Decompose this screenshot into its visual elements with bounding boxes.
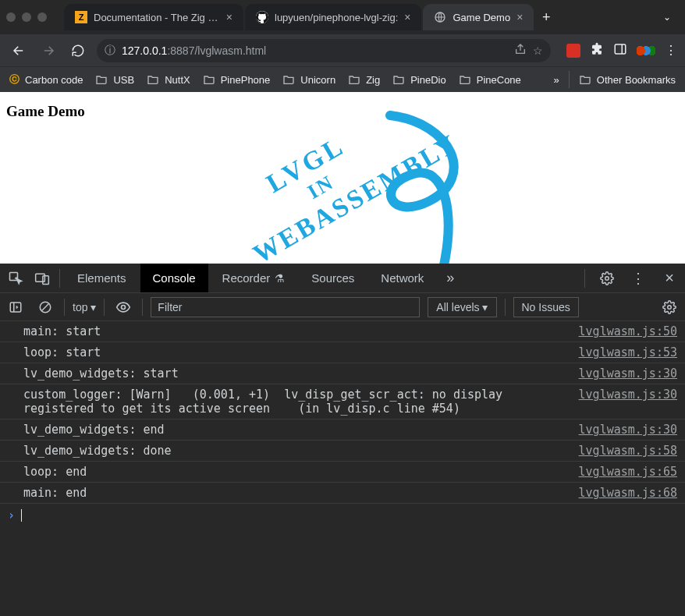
close-window-dot[interactable] — [6, 12, 16, 22]
log-levels-dropdown[interactable]: All levels ▾ — [428, 297, 496, 317]
bookmark-star-icon[interactable]: ☆ — [533, 44, 543, 57]
github-favicon — [256, 11, 268, 23]
viewport[interactable]: Game Demo LVGL IN WEBASSEMBLY — [0, 92, 685, 264]
tab-zig-docs[interactable]: Z Documentation - The Zig Pro × — [64, 4, 243, 30]
console-message-row[interactable]: loop: endlvglwasm.js:65 — [0, 462, 685, 483]
console-message-source-link[interactable]: lvglwasm.js:30 — [579, 423, 677, 437]
bookmark-folder-pinephone[interactable]: PinePhone — [203, 73, 271, 86]
tab-overflow-button[interactable]: ⌄ — [663, 12, 671, 23]
console-message-text: custom_logger: [Warn] (0.001, +1) lv_dis… — [23, 388, 566, 416]
inspect-element-icon[interactable] — [3, 266, 28, 291]
default-favicon — [434, 11, 446, 23]
tab-github[interactable]: lupyuen/pinephone-lvgl-zig: × — [245, 4, 421, 30]
address-bar[interactable]: ⓘ 127.0.0.1:8887/lvglwasm.html ☆ — [97, 39, 551, 62]
svg-point-15 — [122, 305, 126, 309]
svg-point-10 — [605, 276, 609, 280]
close-icon[interactable]: × — [404, 11, 410, 23]
side-panel-icon[interactable] — [613, 42, 627, 59]
separator — [64, 299, 65, 316]
device-toggle-icon[interactable] — [30, 266, 55, 291]
separator — [59, 269, 60, 288]
back-button[interactable] — [8, 40, 30, 62]
console-message-source-link[interactable]: lvglwasm.js:65 — [579, 465, 677, 479]
devtools-tab-recorder[interactable]: Recorder⚗ — [210, 264, 298, 292]
live-expression-icon[interactable] — [112, 296, 134, 318]
text-cursor — [21, 509, 22, 522]
bookmark-folder-unicorn[interactable]: Unicorn — [282, 73, 335, 86]
bookmarks-bar: ⓒ Carbon code USB NuttX PinePhone Unicor… — [0, 66, 685, 92]
close-devtools-icon[interactable]: × — [657, 266, 682, 291]
no-issues-button[interactable]: No Issues — [513, 297, 579, 317]
other-bookmarks[interactable]: Other Bookmarks — [579, 73, 676, 86]
console-message-row[interactable]: loop: startlvglwasm.js:53 — [0, 342, 685, 363]
console-output[interactable]: main: startlvglwasm.js:50loop: startlvgl… — [0, 321, 685, 616]
console-message-row[interactable]: lv_demo_widgets: endlvglwasm.js:30 — [0, 420, 685, 441]
bookmark-label: Carbon code — [25, 74, 83, 86]
bookmark-folder-pinecone[interactable]: PineCone — [459, 73, 521, 86]
console-message-source-link[interactable]: lvglwasm.js:30 — [579, 366, 677, 381]
console-message-row[interactable]: lv_demo_widgets: startlvglwasm.js:30 — [0, 363, 685, 384]
kebab-menu-icon[interactable]: ⋮ — [665, 43, 677, 58]
folder-icon — [147, 73, 159, 86]
folder-icon — [348, 73, 360, 86]
console-filter-input[interactable]: Filter — [151, 297, 420, 317]
folder-icon — [459, 73, 471, 86]
devtools-tab-sources[interactable]: Sources — [299, 264, 367, 292]
bookmark-folder-usb[interactable]: USB — [95, 73, 134, 86]
site-info-icon[interactable]: ⓘ — [105, 44, 115, 58]
console-sidebar-toggle-icon[interactable] — [5, 296, 27, 318]
bookmark-overflow[interactable]: » — [554, 74, 559, 86]
separator — [505, 299, 506, 316]
filter-placeholder: Filter — [158, 301, 182, 313]
profile-avatar-stack[interactable] — [637, 44, 655, 58]
console-message-source-link[interactable]: lvglwasm.js:53 — [579, 345, 677, 359]
folder-icon — [203, 73, 215, 86]
clear-console-icon[interactable] — [34, 296, 56, 318]
close-icon[interactable]: × — [226, 11, 232, 23]
console-message-text: main: start — [23, 324, 566, 338]
console-settings-gear-icon[interactable] — [658, 296, 680, 318]
folder-icon — [392, 73, 405, 86]
console-message-row[interactable]: main: startlvglwasm.js:50 — [0, 321, 685, 342]
console-message-source-link[interactable]: lvglwasm.js:50 — [579, 324, 677, 338]
devtools-tab-console[interactable]: Console — [140, 264, 208, 292]
devtools-tabs-overflow[interactable]: » — [438, 266, 463, 291]
bookmark-folder-pinedio[interactable]: PineDio — [392, 73, 446, 86]
bookmark-carbon-code[interactable]: ⓒ Carbon code — [9, 73, 83, 87]
minimize-dot[interactable] — [22, 12, 31, 22]
console-message-text: lv_demo_widgets: done — [23, 444, 566, 458]
new-tab-button[interactable]: + — [535, 6, 557, 28]
browser-toolbar: ⓘ 127.0.0.1:8887/lvglwasm.html ☆ ⋮ — [0, 34, 685, 66]
devtools-tab-network[interactable]: Network — [368, 264, 436, 292]
extension-icon[interactable] — [566, 44, 580, 58]
console-message-row[interactable]: custom_logger: [Warn] (0.001, +1) lv_dis… — [0, 384, 685, 420]
zig-favicon: Z — [75, 11, 87, 23]
devtools-tab-elements[interactable]: Elements — [65, 264, 139, 292]
tab-game-demo[interactable]: Game Demo × — [423, 4, 534, 30]
bookmark-folder-zig[interactable]: Zig — [348, 73, 380, 86]
svg-text:LVGL: LVGL — [261, 130, 350, 198]
window-controls — [6, 12, 47, 22]
console-message-source-link[interactable]: lvglwasm.js:58 — [579, 444, 677, 458]
console-message-source-link[interactable]: lvglwasm.js:30 — [579, 388, 677, 416]
maximize-dot[interactable] — [37, 12, 47, 22]
console-message-source-link[interactable]: lvglwasm.js:68 — [579, 486, 677, 500]
context-selector[interactable]: top ▾ — [73, 301, 96, 313]
svg-rect-9 — [43, 275, 49, 284]
svg-rect-11 — [10, 303, 21, 312]
bookmark-favicon: ⓒ — [9, 73, 20, 87]
bookmark-folder-nuttx[interactable]: NuttX — [147, 73, 190, 86]
close-icon[interactable]: × — [516, 11, 523, 23]
gear-icon[interactable] — [594, 266, 619, 291]
forward-button[interactable] — [37, 40, 59, 62]
extensions-puzzle-icon[interactable] — [590, 42, 604, 59]
beaker-icon: ⚗ — [275, 272, 285, 285]
share-icon[interactable] — [514, 43, 527, 58]
kebab-icon[interactable]: ⋮ — [626, 266, 651, 291]
console-prompt[interactable]: › — [0, 504, 685, 527]
console-message-row[interactable]: lv_demo_widgets: donelvglwasm.js:58 — [0, 441, 685, 462]
console-message-text: loop: start — [23, 345, 566, 359]
bookmark-label: Zig — [366, 74, 380, 86]
reload-button[interactable] — [67, 40, 89, 62]
console-message-row[interactable]: main: endlvglwasm.js:68 — [0, 483, 685, 504]
